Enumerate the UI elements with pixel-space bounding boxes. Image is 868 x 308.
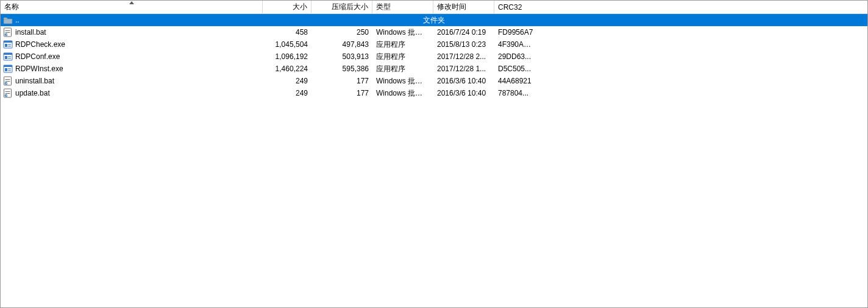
svg-rect-16 bbox=[5, 68, 7, 71]
file-name: uninstall.bat bbox=[15, 77, 54, 85]
file-name: RDPWInst.exe bbox=[15, 65, 63, 73]
svg-rect-8 bbox=[8, 46, 11, 47]
file-modified: 2016/3/6 10:40 bbox=[433, 77, 494, 85]
file-crc32: D5C505... bbox=[494, 65, 537, 73]
application-icon bbox=[3, 52, 13, 61]
file-name: RDPCheck.exe bbox=[15, 40, 65, 49]
file-crc32: 44A68921 bbox=[494, 77, 537, 85]
column-header-name[interactable]: 名称 bbox=[1, 1, 263, 13]
svg-rect-17 bbox=[8, 68, 11, 69]
folder-icon bbox=[3, 15, 13, 25]
application-icon bbox=[3, 64, 13, 74]
file-crc32: 787804... bbox=[494, 89, 537, 97]
file-modified: 2016/3/6 10:40 bbox=[433, 89, 494, 97]
file-name: RDPConf.exe bbox=[15, 52, 60, 61]
svg-rect-11 bbox=[5, 56, 7, 59]
file-compressed-size: 595,386 bbox=[311, 65, 372, 73]
file-size: 1,460,224 bbox=[263, 65, 311, 73]
file-modified: 2017/12/28 1... bbox=[433, 65, 494, 73]
file-modified: 2016/7/24 0:19 bbox=[433, 28, 494, 37]
file-name: update.bat bbox=[15, 89, 50, 97]
svg-rect-1 bbox=[5, 30, 10, 31]
file-compressed-size: 250 bbox=[311, 28, 372, 37]
file-type: Windows 批处理... bbox=[372, 88, 433, 99]
file-size: 249 bbox=[263, 89, 311, 97]
file-row[interactable]: RDPCheck.exe1,045,504497,843应用程序2015/8/1… bbox=[1, 38, 867, 51]
column-header-modified[interactable]: 修改时间 bbox=[433, 1, 494, 13]
file-list-panel: 名称 大小 压缩后大小 类型 修改时间 CRC32 .. 文件夹 bbox=[0, 0, 868, 308]
svg-rect-10 bbox=[4, 53, 12, 55]
file-type: 应用程序 bbox=[372, 40, 433, 50]
file-size: 458 bbox=[263, 28, 311, 37]
column-header-type[interactable]: 类型 bbox=[372, 1, 433, 13]
batch-file-icon bbox=[3, 27, 13, 37]
file-type: Windows 批处理... bbox=[372, 76, 433, 86]
file-type: 应用程序 bbox=[372, 64, 433, 74]
file-size: 1,096,192 bbox=[263, 52, 311, 61]
file-type: 应用程序 bbox=[372, 52, 433, 62]
file-compressed-size: 503,913 bbox=[311, 52, 372, 61]
file-compressed-size: 177 bbox=[311, 89, 372, 97]
file-list-body: .. 文件夹 install.bat458250Windows 批处理...20… bbox=[1, 14, 867, 99]
file-row[interactable]: uninstall.bat249177Windows 批处理...2016/3/… bbox=[1, 75, 867, 87]
parent-folder-name: .. bbox=[15, 16, 20, 24]
svg-rect-24 bbox=[5, 91, 10, 92]
column-header-size[interactable]: 大小 bbox=[263, 1, 311, 13]
svg-rect-5 bbox=[4, 41, 12, 43]
file-compressed-size: 497,843 bbox=[311, 40, 372, 49]
column-headers: 名称 大小 压缩后大小 类型 修改时间 CRC32 bbox=[1, 1, 867, 14]
file-crc32: 29DD63... bbox=[494, 52, 537, 61]
file-modified: 2017/12/28 2... bbox=[433, 52, 494, 61]
file-compressed-size: 177 bbox=[311, 77, 372, 85]
file-row[interactable]: RDPWInst.exe1,460,224595,386应用程序2017/12/… bbox=[1, 63, 867, 75]
file-row[interactable]: install.bat458250Windows 批处理...2016/7/24… bbox=[1, 26, 867, 38]
batch-file-icon bbox=[3, 88, 13, 98]
svg-rect-7 bbox=[8, 44, 11, 45]
file-modified: 2015/8/13 0:23 bbox=[433, 40, 494, 49]
svg-rect-20 bbox=[5, 79, 10, 80]
svg-rect-18 bbox=[8, 70, 11, 71]
file-row[interactable]: update.bat249177Windows 批处理...2016/3/6 1… bbox=[1, 87, 867, 99]
parent-folder-row[interactable]: .. 文件夹 bbox=[1, 14, 867, 26]
file-crc32: FD9956A7 bbox=[494, 28, 537, 37]
file-size: 1,045,504 bbox=[263, 40, 311, 49]
file-row[interactable]: RDPConf.exe1,096,192503,913应用程序2017/12/2… bbox=[1, 51, 867, 63]
svg-rect-15 bbox=[4, 65, 12, 67]
svg-rect-13 bbox=[8, 58, 11, 59]
svg-rect-6 bbox=[5, 44, 7, 47]
svg-rect-25 bbox=[5, 93, 10, 94]
file-type: Windows 批处理... bbox=[372, 27, 433, 38]
batch-file-icon bbox=[3, 76, 13, 86]
file-name: install.bat bbox=[15, 28, 46, 37]
column-header-compressed-size[interactable]: 压缩后大小 bbox=[311, 1, 372, 13]
svg-rect-21 bbox=[5, 81, 10, 82]
svg-rect-2 bbox=[5, 32, 10, 33]
file-crc32: 4F390AEA bbox=[494, 40, 537, 49]
application-icon bbox=[3, 40, 13, 49]
file-size: 249 bbox=[263, 77, 311, 85]
column-header-crc32[interactable]: CRC32 bbox=[494, 1, 537, 13]
svg-rect-12 bbox=[8, 56, 11, 57]
